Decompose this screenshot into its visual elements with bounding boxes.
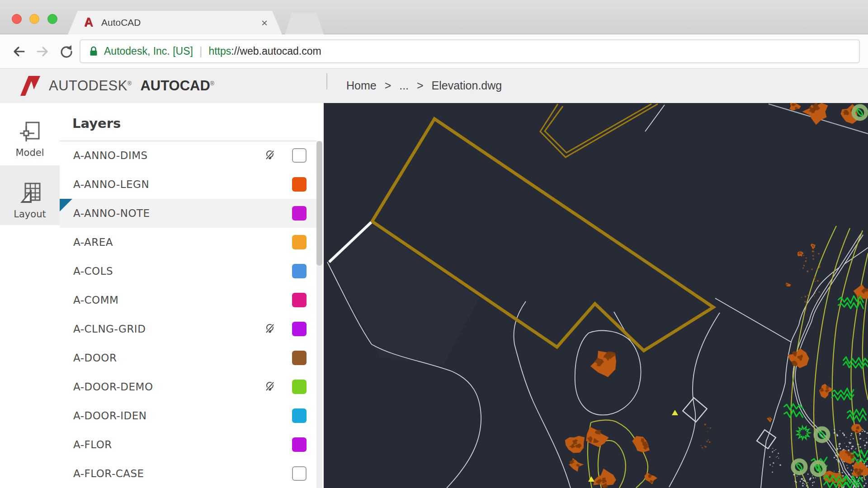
layer-name: A-FLOR-CASE bbox=[73, 459, 144, 488]
layer-name: A-CLNG-GRID bbox=[73, 314, 146, 343]
layer-row[interactable]: A-DOOR bbox=[60, 343, 316, 372]
layer-color-swatch[interactable] bbox=[292, 264, 307, 278]
layer-name: A-DOOR bbox=[73, 343, 117, 372]
layer-row[interactable]: A-COMM bbox=[60, 286, 316, 314]
breadcrumb-ellipsis[interactable]: ... bbox=[399, 79, 409, 92]
layer-color-swatch[interactable] bbox=[292, 177, 307, 192]
layers-panel-title: Layers bbox=[72, 116, 121, 131]
layer-name: A-ANNO-DIMS bbox=[73, 141, 148, 170]
layer-row[interactable]: A-AREA bbox=[60, 228, 316, 257]
layer-row[interactable]: A-CLNG-GRID bbox=[60, 314, 316, 343]
layer-color-swatch[interactable] bbox=[292, 235, 307, 249]
lightbulb-off-icon[interactable] bbox=[264, 381, 276, 393]
back-button[interactable] bbox=[11, 44, 26, 59]
layer-row[interactable]: A-DOOR-IDEN bbox=[60, 401, 316, 430]
rail-label-model: Model bbox=[0, 147, 60, 158]
layer-name: A-ANNO-LEGN bbox=[73, 170, 149, 199]
layer-row[interactable]: A-DOOR-DEMO bbox=[60, 372, 316, 401]
model-crosshair-icon bbox=[19, 120, 41, 143]
tab-new-background[interactable] bbox=[285, 13, 324, 34]
reload-button[interactable] bbox=[59, 44, 74, 59]
tab-strip: A AutoCAD × bbox=[0, 0, 868, 34]
layer-name: A-DOOR-DEMO bbox=[73, 372, 153, 401]
rail-item-layout[interactable]: Layout bbox=[0, 165, 60, 225]
layer-name: A-FLOR bbox=[73, 430, 112, 459]
forward-button[interactable] bbox=[35, 44, 51, 59]
tab-title: AutoCAD bbox=[101, 17, 141, 28]
url-text: ://web.autocad.com bbox=[231, 45, 321, 57]
layer-color-swatch[interactable] bbox=[292, 148, 307, 163]
lock-icon bbox=[89, 46, 99, 57]
url-protocol: https bbox=[208, 45, 231, 57]
lightbulb-off-icon[interactable] bbox=[264, 150, 276, 161]
zoom-window-button[interactable] bbox=[47, 14, 57, 24]
brand-lockup: AUTODESK® AUTOCAD® bbox=[49, 78, 214, 94]
layer-row[interactable]: A-COLS bbox=[60, 257, 316, 286]
breadcrumb-home[interactable]: Home bbox=[346, 79, 377, 92]
layer-name: A-DOOR-IDEN bbox=[73, 401, 147, 430]
browser-window: A AutoCAD × Autodesk, Inc. [US] | https … bbox=[0, 0, 868, 488]
address-separator: | bbox=[199, 45, 203, 58]
layer-name: A-COLS bbox=[73, 257, 113, 286]
browser-toolbar: Autodesk, Inc. [US] | https ://web.autoc… bbox=[0, 34, 868, 69]
layer-color-swatch[interactable] bbox=[292, 408, 307, 423]
layer-color-swatch[interactable] bbox=[292, 322, 307, 336]
close-window-button[interactable] bbox=[12, 14, 22, 24]
layers-scrollbar-track[interactable] bbox=[316, 141, 322, 488]
breadcrumb-file: Elevation.dwg bbox=[432, 79, 502, 92]
autocad-favicon-icon: A bbox=[84, 15, 93, 29]
layer-row[interactable]: A-ANNO-DIMS bbox=[60, 141, 316, 170]
layer-row[interactable]: A-FLOR bbox=[60, 430, 316, 459]
layer-row[interactable]: A-ANNO-LEGN bbox=[60, 170, 316, 199]
layer-color-swatch[interactable] bbox=[292, 380, 307, 394]
breadcrumb-separator: > bbox=[417, 79, 424, 92]
rail-label-layout: Layout bbox=[0, 209, 60, 220]
lightbulb-off-icon[interactable] bbox=[264, 323, 276, 335]
layer-name: A-ANNO-NOTE bbox=[73, 199, 150, 228]
address-bar[interactable]: Autodesk, Inc. [US] | https ://web.autoc… bbox=[80, 39, 860, 63]
drawing-canvas[interactable] bbox=[324, 103, 868, 488]
layer-name: A-AREA bbox=[73, 228, 113, 257]
layer-row[interactable]: A-ANNO-NOTE bbox=[60, 199, 316, 228]
layers-panel: Layers A-ANNO-DIMSA-ANNO-LEGNA-ANNO-NOTE… bbox=[60, 103, 324, 488]
minimize-window-button[interactable] bbox=[29, 14, 39, 24]
drawing-canvas-container bbox=[324, 103, 868, 488]
layers-scrollbar-thumb[interactable] bbox=[316, 141, 322, 266]
layer-color-swatch[interactable] bbox=[292, 466, 307, 481]
tab-autocad[interactable]: A AutoCAD × bbox=[68, 11, 282, 34]
layer-color-swatch[interactable] bbox=[292, 437, 307, 452]
rail-item-model[interactable]: Model bbox=[0, 104, 60, 164]
layer-color-swatch[interactable] bbox=[292, 293, 307, 307]
autodesk-logo-icon bbox=[20, 75, 41, 96]
breadcrumb-separator: > bbox=[385, 79, 392, 92]
app-header: AUTODESK® AUTOCAD® Home > ... > Elevatio… bbox=[0, 69, 868, 103]
selected-layer-wedge bbox=[60, 199, 72, 211]
breadcrumb: Home > ... > Elevation.dwg bbox=[346, 79, 507, 92]
header-divider bbox=[326, 73, 327, 89]
layout-grid-triangle-icon bbox=[19, 182, 41, 204]
site-identity[interactable]: Autodesk, Inc. [US] bbox=[104, 45, 193, 57]
layer-name: A-COMM bbox=[73, 286, 118, 314]
tab-close-icon[interactable]: × bbox=[261, 17, 268, 29]
layer-color-swatch[interactable] bbox=[292, 351, 307, 365]
layer-color-swatch[interactable] bbox=[292, 206, 307, 221]
layer-row[interactable]: A-FLOR-CASE bbox=[60, 459, 316, 488]
view-rail: Model Layout bbox=[0, 103, 60, 488]
